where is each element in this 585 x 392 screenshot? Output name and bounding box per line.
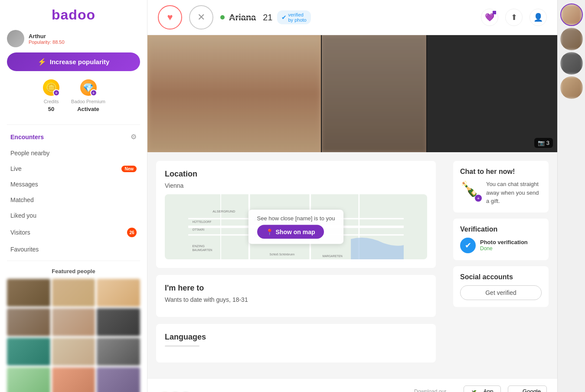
featured-thumb-1[interactable]	[7, 279, 50, 307]
side-avatar-img-1	[561, 4, 582, 25]
google-play-icon: ▶	[513, 390, 519, 392]
live-right: New	[121, 166, 137, 172]
filter-icon[interactable]: ⚙	[131, 133, 137, 141]
here-to-value: Wants to date with guys, 18-31	[165, 296, 427, 303]
apple-icon: 🍎	[468, 390, 478, 392]
right-panel: Chat to her now! 🍾 + You can chat straig…	[444, 152, 557, 378]
verification-info: Photo verification Done	[480, 239, 528, 252]
credits-item[interactable]: 🪙 + Credits 50	[42, 78, 61, 112]
profile-actions: ♥ ✕ Ariana 21 ✔ verifiedby photo	[158, 5, 311, 29]
verified-badge: ✔ verifiedby photo	[277, 10, 311, 24]
location-city: Vienna	[165, 182, 427, 189]
matched-label: Matched	[10, 196, 34, 203]
verification-done: Done	[480, 245, 528, 252]
bolt-icon: ⚡	[38, 58, 46, 66]
divider-2	[7, 261, 140, 261]
increase-popularity-button[interactable]: ⚡ Increase popularity	[7, 52, 140, 71]
svg-text:ENZING: ENZING	[192, 244, 205, 248]
side-person-1[interactable]	[560, 3, 583, 26]
featured-thumb-5[interactable]	[52, 308, 95, 336]
featured-thumb-12[interactable]	[97, 367, 140, 392]
chat-title: Chat to her now!	[460, 168, 542, 176]
nav-item-visitors[interactable]: Visitors 26	[7, 223, 140, 242]
featured-title: Featured people	[7, 268, 140, 274]
user-button[interactable]: 👤	[529, 9, 547, 26]
show-on-map-button[interactable]: 📍 Show on map	[257, 225, 324, 239]
logo: badoo	[52, 7, 95, 23]
social-accounts-card: Social accounts Get verified	[453, 266, 549, 307]
nav-item-messages[interactable]: Messages	[7, 176, 140, 192]
featured-thumb-11[interactable]	[52, 367, 95, 392]
topbar-right: 💜 ⬆ 👤	[481, 9, 547, 26]
featured-thumb-7[interactable]	[7, 338, 50, 366]
side-person-2[interactable]	[560, 28, 583, 50]
featured-thumb-2[interactable]	[52, 279, 95, 307]
dislike-button[interactable]: ✕	[189, 5, 213, 29]
like-button[interactable]: ♥	[158, 5, 182, 29]
location-card: Location Vienna	[156, 161, 436, 268]
here-to-card: I'm here to Wants to date with guys, 18-…	[156, 275, 436, 317]
profile-main-section: Location Vienna	[147, 152, 444, 378]
featured-grid	[7, 279, 140, 392]
nav-item-liked-you[interactable]: Liked you	[7, 208, 140, 223]
get-verified-label: Get verified	[485, 289, 516, 296]
nav-list: Encounters ⚙ People nearby Live New Mess…	[7, 128, 140, 257]
liked-you-label: Liked you	[10, 212, 36, 219]
camera-icon: 📷	[538, 140, 545, 146]
side-person-4[interactable]	[560, 76, 583, 99]
online-indicator	[220, 15, 225, 20]
user-info: Arthur Popularity: 88.50	[29, 33, 65, 45]
side-avatar-img-4	[560, 76, 583, 99]
premium-heart-button[interactable]: 💜	[481, 9, 498, 26]
featured-thumb-4[interactable]	[7, 308, 50, 336]
download-row: Download our free apps: 🍎 App Store ▶ Go…	[414, 385, 547, 392]
right-people-column	[557, 0, 585, 392]
chat-card: Chat to her now! 🍾 + You can chat straig…	[453, 161, 549, 212]
get-verified-button[interactable]: Get verified	[460, 285, 542, 300]
nav-item-matched[interactable]: Matched	[7, 192, 140, 208]
visitors-label: Visitors	[10, 229, 30, 236]
share-icon: ⬆	[511, 13, 517, 22]
location-title: Location	[165, 170, 427, 179]
encounters-label: Encounters	[10, 134, 44, 140]
verified-text: verifiedby photo	[288, 12, 307, 23]
map-overlay: See how close [name] is to you 📍 Show on…	[248, 210, 344, 244]
nav-item-people-nearby[interactable]: People nearby	[7, 145, 140, 161]
featured-thumb-10[interactable]	[7, 367, 50, 392]
photo-count-value: 3	[546, 140, 549, 146]
featured-thumb-6[interactable]	[97, 308, 140, 336]
side-person-3[interactable]	[560, 52, 583, 75]
featured-thumb-8[interactable]	[52, 338, 95, 366]
svg-text:ALSERGRUND: ALSERGRUND	[212, 209, 235, 213]
social-accounts-title: Social accounts	[460, 273, 542, 281]
location-pin-icon: 📍	[266, 229, 273, 235]
plus-badge: +	[53, 89, 60, 96]
footer-right: Download our free apps: 🍎 App Store ▶ Go…	[414, 385, 547, 392]
photo-count: 📷 3	[534, 138, 553, 148]
heart-icon: ♥	[167, 12, 173, 23]
google-play-button[interactable]: ▶ Google Play	[508, 385, 547, 392]
live-new-badge: New	[121, 166, 137, 172]
profile-body: Location Vienna	[147, 152, 557, 378]
verification-check-icon: ✔	[460, 238, 476, 253]
app-store-button[interactable]: 🍎 App Store	[464, 385, 501, 392]
profile-name: Ariana	[229, 13, 256, 23]
verified-check-icon: ✔	[281, 14, 287, 21]
messages-label: Messages	[10, 181, 38, 188]
nav-item-favourites[interactable]: Favourites	[7, 242, 140, 257]
user-name: Arthur	[29, 33, 65, 39]
featured-thumb-3[interactable]	[97, 279, 140, 307]
footer: Find out which friends of yours are alre…	[147, 378, 557, 392]
credits-label: Credits	[44, 99, 59, 104]
side-avatar-img-2	[560, 28, 583, 50]
increase-btn-label: Increase popularity	[50, 58, 110, 65]
premium-item[interactable]: 💎 + Badoo Premium Activate	[71, 78, 105, 112]
nav-item-encounters[interactable]: Encounters ⚙	[7, 128, 140, 145]
profile-age: 21	[263, 13, 272, 23]
gift-icon: 🍾	[460, 180, 478, 197]
featured-thumb-9[interactable]	[97, 338, 140, 366]
map-overlay-text: See how close [name] is to you	[257, 215, 335, 222]
nav-item-live[interactable]: Live New	[7, 161, 140, 176]
people-nearby-label: People nearby	[10, 150, 49, 157]
share-button[interactable]: ⬆	[505, 9, 523, 26]
